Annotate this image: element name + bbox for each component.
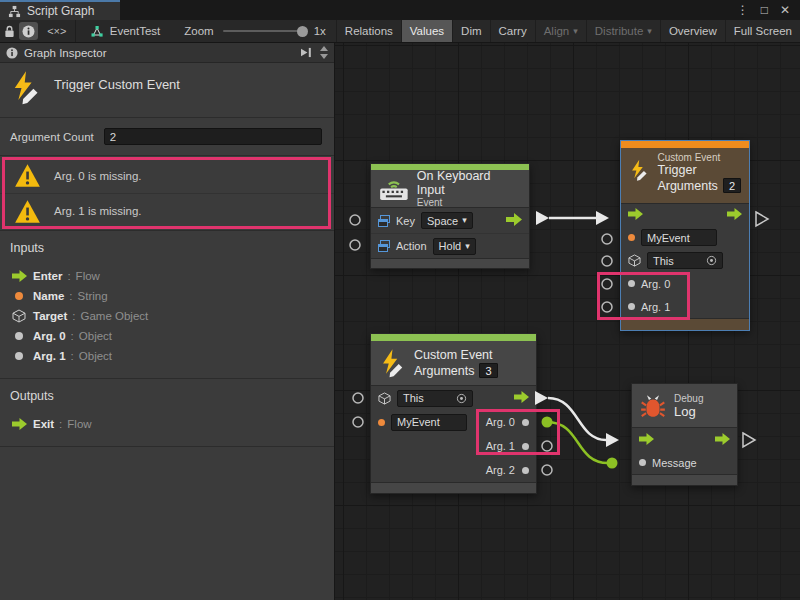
code-icon: <×> [47,25,66,37]
flow-in-arrow[interactable] [639,433,654,447]
wire-arg0-to-message[interactable] [547,422,608,463]
window-close-icon[interactable]: ✕ [780,3,790,17]
node-footer [371,482,536,493]
argument-count-input[interactable] [104,128,322,145]
object-port-icon[interactable] [628,303,635,310]
node-category: Debug [674,393,703,404]
node-trigger-custom-event[interactable]: Custom Event Trigger Arguments 2 [620,140,750,331]
flow-out-port-empty[interactable] [756,212,768,226]
zoom-slider[interactable] [223,30,305,32]
io-row-enter: Enter:Flow [10,266,324,286]
object-port-icon[interactable] [639,459,646,466]
flow-out-port[interactable] [536,211,549,225]
flow-out-arrow[interactable] [727,208,742,222]
value-out-port-empty[interactable] [542,441,552,451]
object-port-icon[interactable] [522,467,529,474]
value-out-port-connected[interactable] [542,417,553,428]
object-port-icon[interactable] [522,443,529,450]
flow-out-port-empty[interactable] [743,433,755,447]
value-in-port-empty[interactable] [353,393,363,403]
wire-arrowhead [606,433,619,447]
flow-port-icon [12,270,27,282]
value-out-port-empty[interactable] [542,465,552,475]
arg-label: Arg. 0 [641,278,670,290]
warning-row: Arg. 1 is missing. [0,193,334,228]
node-subtitle: Event [417,197,521,208]
io-row-arg1: Arg. 1:Object [10,346,324,366]
action-dropdown[interactable]: Hold ▾ [433,238,476,255]
values-button[interactable]: Values [401,20,452,42]
target-field[interactable]: This [647,252,723,269]
gameobject-port-icon[interactable] [378,392,391,405]
graph-breadcrumb[interactable]: EventTest [76,20,175,42]
node-footer [632,474,737,485]
lock-button[interactable] [0,20,18,42]
warnings-section: Arg. 0 is missing. Arg. 1 is missing. [0,156,334,231]
node-debug-log[interactable]: Debug Log Message [631,383,738,486]
fullscreen-button[interactable]: Full Screen [725,20,800,42]
value-in-port-empty[interactable] [602,234,612,244]
value-in-port-empty[interactable] [602,256,612,266]
window-maximize-icon[interactable]: □ [761,3,768,17]
graph-asset-icon [90,24,104,38]
argument-count-badge[interactable]: 3 [479,363,497,378]
graph-inspector-panel: Graph Inspector Trigger [0,43,335,600]
object-port-icon[interactable] [628,280,635,287]
carry-button[interactable]: Carry [490,20,535,42]
value-in-port-empty[interactable] [602,302,612,312]
chevron-down-icon: ▾ [647,27,652,36]
panel-spinner[interactable] [320,46,328,59]
node-custom-event[interactable]: Custom Event Arguments 3 This [370,333,537,494]
string-port-icon[interactable] [628,234,635,241]
key-label: Key [396,215,415,227]
flow-port-icon [12,418,27,430]
inspector-toggle-button[interactable] [19,22,37,40]
dock-panel-icon[interactable] [300,47,313,58]
lock-icon [4,25,15,38]
overview-button[interactable]: Overview [660,20,725,42]
custom-event-icon [10,71,42,105]
argument-count-badge[interactable]: 2 [723,178,741,193]
chevron-down-icon: ▾ [462,216,467,225]
flow-out-arrow[interactable] [514,391,529,405]
key-dropdown[interactable]: Space ▾ [421,212,473,229]
enum-icon [378,240,390,252]
relations-button[interactable]: Relations [336,20,401,42]
main-area: Graph Inspector Trigger [0,43,800,600]
value-in-port-empty[interactable] [350,240,360,250]
object-port-icon[interactable] [522,419,529,426]
io-row-arg0: Arg. 0:Object [10,326,324,346]
value-in-port-empty[interactable] [350,215,360,225]
window-menu-icon[interactable]: ⋮ [737,3,749,17]
gameobject-port-icon[interactable] [628,254,641,267]
spinner-down-icon[interactable] [320,54,328,59]
node-footer [621,318,749,330]
dim-button[interactable]: Dim [452,20,489,42]
spinner-up-icon[interactable] [320,46,328,51]
object-picker-icon[interactable] [456,393,467,404]
value-in-port-connected[interactable] [607,458,618,469]
toolbar-buttons: Relations Values Dim Carry Align ▾ Distr… [336,20,800,42]
graph-canvas[interactable]: On Keyboard Input Event Key Space ▾ [335,43,800,600]
event-name-field[interactable]: MyEvent [391,414,467,431]
tab-script-graph[interactable]: Script Graph [0,0,120,20]
value-in-port-empty[interactable] [602,279,612,289]
zoom-slider-knob[interactable] [297,26,308,37]
target-field[interactable]: This [397,390,473,407]
node-on-keyboard-input[interactable]: On Keyboard Input Event Key Space ▾ [370,163,530,269]
inspector-header: Graph Inspector [0,43,334,63]
flow-out-arrow[interactable] [715,433,730,447]
align-dropdown[interactable]: Align ▾ [535,20,586,42]
flow-in-arrow[interactable] [628,208,643,222]
object-picker-icon[interactable] [706,255,717,266]
action-label: Action [396,240,427,252]
flow-out-arrow[interactable] [506,213,522,228]
wire-event-to-debug[interactable] [548,398,606,440]
string-port-icon[interactable] [378,419,385,426]
zoom-label: Zoom [184,25,213,37]
distribute-dropdown[interactable]: Distribute ▾ [586,20,660,42]
argument-count-label: Argument Count [10,131,94,143]
value-in-port-empty[interactable] [353,417,363,427]
event-name-field[interactable]: MyEvent [641,229,717,246]
code-preview-button[interactable]: <×> [39,20,76,42]
